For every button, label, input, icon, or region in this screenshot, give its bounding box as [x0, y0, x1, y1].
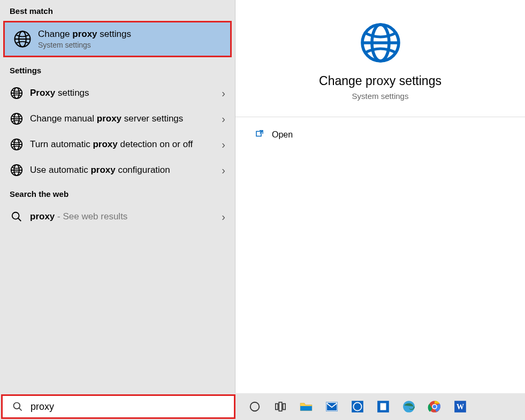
settings-item-label: Turn automatic proxy detection on or off	[30, 139, 225, 151]
text-post: settings	[55, 88, 89, 98]
svg-rect-26	[283, 404, 286, 410]
svg-rect-20	[256, 132, 261, 136]
settings-item-label: Change manual proxy server settings	[30, 113, 225, 125]
text-pre: Change	[38, 29, 72, 39]
web-result-label: proxy - See web results	[30, 211, 225, 223]
chevron-right-icon: ›	[222, 87, 225, 100]
globe-icon	[10, 138, 24, 151]
chevron-right-icon: ›	[222, 164, 225, 177]
best-match-subtitle: System settings	[38, 41, 131, 49]
text-bold: proxy	[72, 29, 97, 39]
text-bold: proxy	[30, 211, 55, 222]
best-match-header: Best match	[0, 0, 235, 21]
chevron-right-icon: ›	[222, 211, 225, 223]
search-web-header: Search the web	[0, 183, 235, 204]
settings-item-manual-proxy[interactable]: Change manual proxy server settings ›	[0, 106, 235, 132]
app-tile-button[interactable]	[370, 394, 396, 419]
cortana-button[interactable]	[242, 394, 268, 419]
svg-line-22	[19, 408, 22, 411]
best-match-text: Change proxy settings System settings	[38, 29, 131, 49]
settings-item-auto-detection[interactable]: Turn automatic proxy detection on or off…	[0, 132, 235, 157]
text-post: configuration	[116, 165, 170, 175]
search-input[interactable]	[31, 401, 224, 413]
desktop: Best match Change proxy settings System …	[0, 0, 525, 420]
open-icon	[255, 129, 264, 141]
preview-subtitle: System settings	[352, 91, 409, 101]
globe-icon	[10, 163, 24, 177]
svg-text:W: W	[456, 402, 464, 411]
settings-item-label: Proxy settings	[30, 87, 225, 100]
file-explorer-button[interactable]	[293, 394, 319, 419]
text-bold: Proxy	[30, 88, 55, 98]
svg-point-38	[433, 405, 437, 409]
text-bold: proxy	[97, 113, 121, 124]
svg-point-15	[12, 212, 19, 219]
globe-icon	[10, 86, 24, 100]
search-right-pane: Change proxy settings System settings Op…	[235, 0, 525, 393]
svg-point-23	[250, 402, 260, 411]
dell-app-button[interactable]	[345, 394, 370, 419]
text-bold: proxy	[90, 165, 115, 175]
text-bold: proxy	[93, 139, 117, 149]
best-match-result[interactable]: Change proxy settings System settings	[3, 21, 232, 57]
globe-icon	[13, 30, 32, 48]
edge-button[interactable]	[396, 394, 422, 419]
best-match-title: Change proxy settings	[38, 29, 131, 40]
text-post: - See web results	[55, 211, 127, 222]
text-pre: Turn automatic	[30, 139, 93, 149]
svg-point-34	[403, 401, 415, 413]
chevron-right-icon: ›	[222, 139, 225, 151]
settings-item-label: Use automatic proxy configuration	[30, 164, 225, 177]
settings-header: Settings	[0, 59, 235, 80]
word-button[interactable]: W	[447, 394, 473, 419]
taskbar-search-box[interactable]	[1, 394, 235, 419]
globe-icon	[10, 112, 24, 126]
taskbar: W	[0, 393, 525, 420]
search-left-pane: Best match Change proxy settings System …	[0, 0, 235, 393]
task-view-button[interactable]	[268, 394, 293, 419]
preview-title: Change proxy settings	[319, 74, 442, 88]
svg-rect-33	[381, 403, 386, 410]
svg-line-16	[18, 218, 21, 222]
mail-button[interactable]	[319, 394, 345, 419]
globe-icon	[359, 21, 402, 64]
settings-item-auto-config[interactable]: Use automatic proxy configuration ›	[0, 157, 235, 183]
svg-rect-27	[300, 406, 312, 411]
open-label: Open	[272, 130, 293, 140]
taskbar-icons: W	[242, 394, 473, 419]
text-post: server settings	[121, 113, 183, 124]
search-results-panel: Best match Change proxy settings System …	[0, 0, 525, 393]
preview-action-open[interactable]: Open	[235, 117, 525, 141]
web-result-item[interactable]: proxy - See web results ›	[0, 204, 235, 230]
text-pre: Use automatic	[30, 165, 90, 175]
svg-point-21	[14, 403, 20, 409]
svg-rect-24	[276, 404, 278, 410]
search-icon	[10, 210, 24, 224]
text-pre: Change manual	[30, 113, 97, 124]
search-icon	[12, 401, 23, 412]
text-post: detection on or off	[118, 139, 193, 149]
chrome-button[interactable]	[422, 394, 447, 419]
settings-item-proxy-settings[interactable]: Proxy settings ›	[0, 80, 235, 106]
text-post: settings	[97, 29, 131, 39]
chevron-right-icon: ›	[222, 113, 225, 125]
preview-hero: Change proxy settings System settings	[235, 0, 525, 117]
svg-rect-25	[279, 402, 282, 411]
